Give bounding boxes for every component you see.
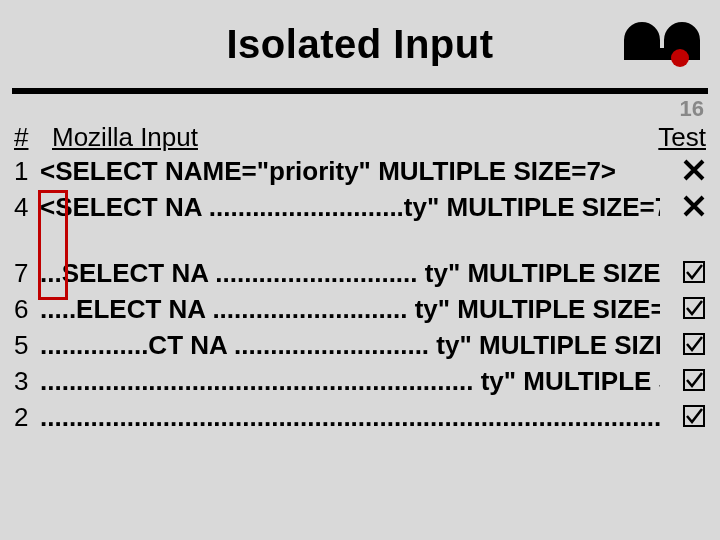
row-num: 4 <box>14 192 38 223</box>
horizontal-rule <box>12 88 708 94</box>
check-mark-icon <box>682 260 706 284</box>
page-number: 16 <box>680 96 704 122</box>
row-num: 1 <box>14 156 38 187</box>
row-num: 2 <box>14 402 38 433</box>
row-num: 3 <box>14 366 38 397</box>
x-mark-icon <box>682 158 706 182</box>
row-text: ...SELECT NA ...........................… <box>40 258 660 289</box>
row-text: .....ELECT NA ..........................… <box>40 294 660 325</box>
row-text: ...............CT NA ...................… <box>40 330 660 361</box>
row-num: 6 <box>14 294 38 325</box>
table-row: 4 <SELECT NA ...........................… <box>14 190 706 226</box>
header-test: Test <box>658 122 706 153</box>
row-num: 7 <box>14 258 38 289</box>
table-row: 2 ......................................… <box>14 400 706 436</box>
logo-icon <box>622 20 702 68</box>
table-row: 5 ...............CT NA .................… <box>14 328 706 364</box>
x-mark-icon <box>682 194 706 218</box>
check-mark-icon <box>682 368 706 392</box>
row-text: <SELECT NAME="priority" MULTIPLE SIZE=7> <box>40 156 660 187</box>
row-text: <SELECT NA ...........................ty… <box>40 192 660 223</box>
header-mid: Mozilla Input <box>52 122 198 153</box>
content-area: # Mozilla Input Test 1 <SELECT NAME="pri… <box>14 122 706 436</box>
table-row: 6 .....ELECT NA ........................… <box>14 292 706 328</box>
row-gap <box>14 226 706 256</box>
row-num: 5 <box>14 330 38 361</box>
table-row: 7 ...SELECT NA .........................… <box>14 256 706 292</box>
table-header: # Mozilla Input Test <box>14 122 706 154</box>
slide-title: Isolated Input <box>0 22 720 67</box>
check-mark-icon <box>682 332 706 356</box>
check-mark-icon <box>682 404 706 428</box>
row-text: ........................................… <box>40 366 660 397</box>
row-text: ........................................… <box>40 402 660 433</box>
svg-point-0 <box>671 49 689 67</box>
header-num: # <box>14 122 28 153</box>
slide: Isolated Input 16 # Mozilla Input Test 1… <box>0 0 720 540</box>
check-mark-icon <box>682 296 706 320</box>
table-row: 1 <SELECT NAME="priority" MULTIPLE SIZE=… <box>14 154 706 190</box>
table-row: 3 ......................................… <box>14 364 706 400</box>
